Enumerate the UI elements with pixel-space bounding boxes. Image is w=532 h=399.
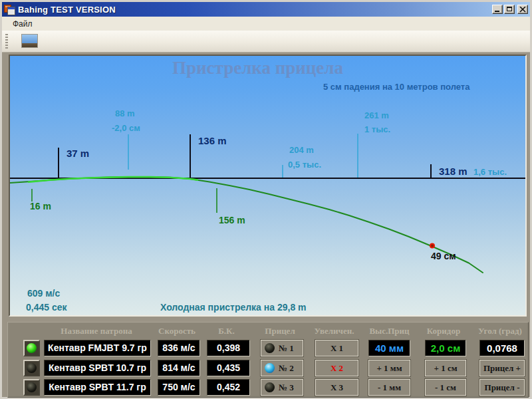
height-display: 40 мм [368,340,410,356]
ammo-name-2: Кентавр SPBT 10.7 гр [44,360,151,376]
impact-drop-label: 49 см [431,251,456,261]
corridor-display: 2,0 см [425,340,466,356]
marker-label-37m: 37 m [66,148,89,159]
header-angle: Угол (град) [475,326,525,336]
maximize-icon [507,7,512,11]
corridor-plus-button[interactable]: + 1 см [425,360,466,376]
minimize-icon [495,11,499,12]
close-button[interactable] [517,5,528,14]
sight-minus-button[interactable]: Прицел - [479,379,525,396]
marker-value-204m: 0,5 тыс. [288,160,321,170]
toolbar [2,31,530,53]
menu-bar: Файл [2,17,530,31]
header-speed: Скорость [152,326,201,336]
app-window: Bahing TEST VERSION Файл [0,0,532,399]
sight-3-label: № 3 [279,382,294,393]
marker-label-318m: 318 m [439,166,467,177]
trajectory-path [10,177,483,273]
ammo-speed-1: 836 м/с [158,340,200,356]
header-zoom: Увеличен. [309,326,360,336]
app-icon [4,5,15,15]
zoom-x2-button[interactable]: X 2 [315,360,358,376]
header-bk: Б.К. [203,326,250,336]
minimize-button[interactable] [492,5,503,14]
header-height: Выс.Приц [364,326,414,336]
flight-time-label: 0,445 сек [26,302,67,313]
marker-label-261m: 261 m [364,110,389,120]
impact-point [430,244,434,248]
height-plus-button[interactable]: + 1 мм [368,360,410,376]
marker-label-88m: 88 m [115,108,135,118]
header-ammo-name: Название патрона [39,326,154,336]
sight-1-led [265,343,275,353]
marker-label-16m: 16 m [30,201,51,211]
marker-label-156m: 156 m [219,215,245,225]
ammo-select-1[interactable] [23,340,40,356]
ammo-select-3[interactable] [23,379,40,396]
ammo-bk-1: 0,398 [207,340,250,356]
ammo-speed-2: 814 м/с [158,360,200,376]
trajectory-tool-icon[interactable] [21,34,38,48]
ammo-led-3 [27,382,37,392]
marker-value-318m: 1,6 тыс. [473,167,507,177]
marker-value-88m: -2,0 см [112,123,140,133]
header-sight: Прицел [257,326,303,336]
velocity-label: 609 м/с [27,288,60,299]
window-title: Bahing TEST VERSION [18,5,492,15]
ammo-name-3: Кентавр SPBT 11.7 гр [44,379,151,396]
maximize-button[interactable] [504,5,515,14]
header-corridor: Коридор [421,326,466,336]
height-minus-button[interactable]: - 1 мм [368,379,410,396]
sight-plus-button[interactable]: Прицел + [479,360,525,376]
angle-display: 0,0768 [479,340,525,356]
zoom-x1-button[interactable]: X 1 [315,340,358,356]
ammo-select-2[interactable] [23,360,40,376]
trajectory-chart: Пристрелка прицела 5 см падения на 10 ме… [9,55,527,317]
sight-2-label: № 2 [279,363,294,374]
sight-2-led [265,363,275,373]
control-panel: Название патрона Скорость Б.К. Прицел Ув… [7,322,529,398]
menu-file[interactable]: Файл [7,18,38,30]
chart-title: Пристрелка прицела [10,58,505,78]
ammo-name-1: Кентавр FMJBT 9.7 гр [44,340,151,356]
ammo-speed-3: 750 м/с [158,379,200,396]
chart-subtitle: 5 см падения на 10 метров полета [323,82,469,92]
ammo-led-2 [27,363,37,373]
title-bar[interactable]: Bahing TEST VERSION [2,2,530,17]
sight-1-label: № 1 [279,343,294,354]
corridor-minus-button[interactable]: - 1 см [425,379,466,396]
cold-zero-label: Холодная пристрелка на 29,8 m [160,302,307,313]
sight-2-button[interactable]: № 2 [261,360,303,376]
ammo-bk-3: 0,452 [207,379,250,396]
toolbar-grip-icon[interactable] [5,34,8,49]
sight-1-button[interactable]: № 1 [261,340,303,356]
sight-3-button[interactable]: № 3 [261,379,303,396]
zoom-x3-button[interactable]: X 3 [315,379,358,396]
trajectory-plot [10,56,525,315]
marker-label-136m: 136 m [198,135,227,146]
close-icon [519,7,526,13]
ammo-bk-2: 0,435 [207,360,250,376]
marker-label-204m: 204 m [289,145,314,155]
sight-3-led [265,382,275,392]
ammo-led-1 [27,343,37,353]
marker-value-261m: 1 тыс. [364,124,390,134]
